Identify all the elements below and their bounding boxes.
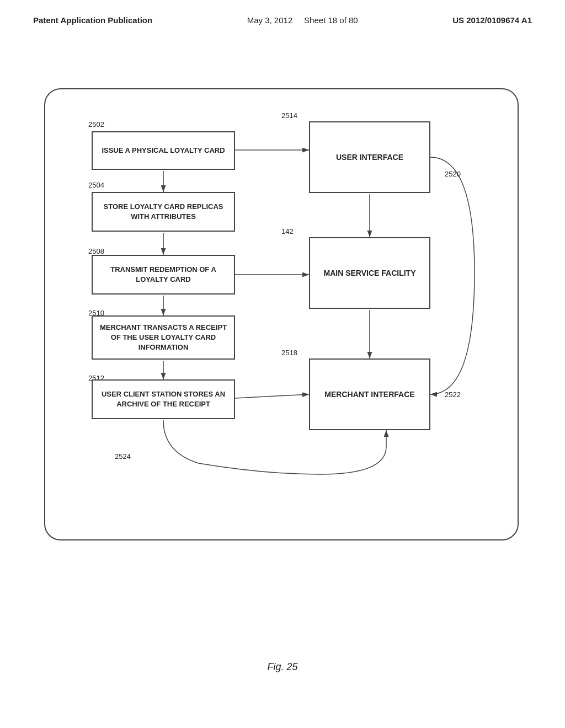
- box-user-client-station: USER CLIENT STATION STORES AN ARCHIVE OF…: [92, 379, 235, 419]
- diagram-area: 2502 2504 2508 2510 2512 2514 142 2518 2…: [44, 88, 519, 585]
- header-sheet: Sheet 18 of 80: [304, 15, 358, 25]
- label-2502: 2502: [88, 120, 104, 129]
- label-142: 142: [281, 227, 294, 235]
- label-2508: 2508: [88, 247, 104, 255]
- box-main-service-facility: MAIN SERVICE FACILITY: [309, 237, 430, 309]
- header-right: US 2012/0109674 A1: [452, 15, 532, 25]
- box-merchant-transacts: MERCHANT TRANSACTS A RECEIPT OF THE USER…: [92, 315, 235, 360]
- header-left: Patent Application Publication: [33, 15, 152, 25]
- box-user-interface: USER INTERFACE: [309, 121, 430, 193]
- label-2518: 2518: [281, 349, 297, 357]
- box-issue-loyalty-card: ISSUE A PHYSICAL LOYALTY CARD: [92, 131, 235, 170]
- page-header: Patent Application Publication May 3, 20…: [0, 0, 565, 25]
- header-center: May 3, 2012 Sheet 18 of 80: [247, 15, 358, 25]
- header-date: May 3, 2012: [247, 15, 293, 25]
- label-2504: 2504: [88, 181, 104, 189]
- label-2520: 2520: [445, 170, 461, 178]
- label-2524: 2524: [115, 452, 131, 461]
- box-merchant-interface: MERCHANT INTERFACE: [309, 358, 430, 430]
- figure-label: Fig. 25: [267, 661, 297, 673]
- box-transmit-redemption: TRANSMIT REDEMPTION OF A LOYALTY CARD: [92, 255, 235, 295]
- label-2522: 2522: [445, 390, 461, 399]
- box-store-loyalty-card: STORE LOYALTY CARD REPLICAS WITH ATTRIBU…: [92, 192, 235, 232]
- label-2514: 2514: [281, 111, 297, 120]
